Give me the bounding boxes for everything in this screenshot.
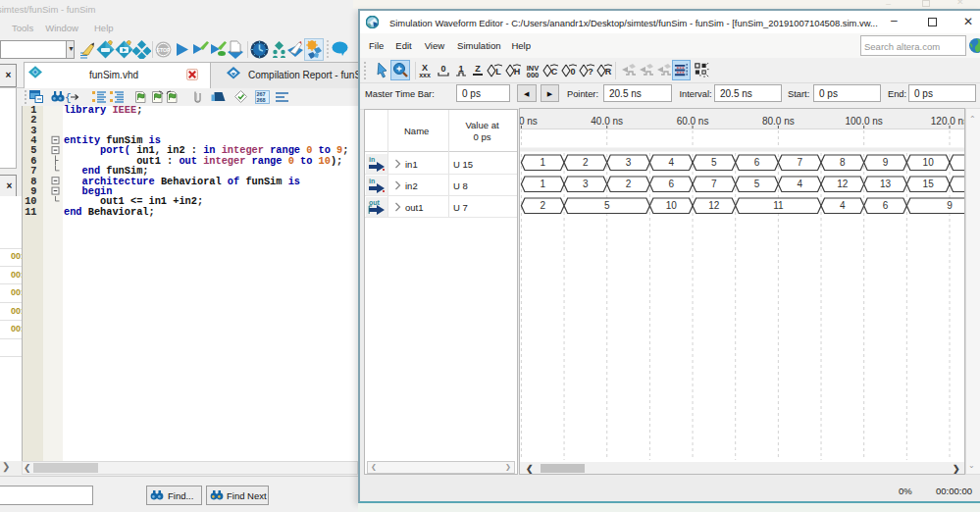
svg-text:5: 5	[711, 157, 717, 168]
svg-text:H: H	[514, 67, 521, 77]
svg-text:4: 4	[668, 157, 674, 168]
svg-text:C: C	[551, 67, 558, 77]
svg-text:13: 13	[880, 179, 892, 189]
svg-text:{: {	[65, 92, 72, 104]
svg-text:in: in	[369, 156, 375, 163]
svg-text:2: 2	[626, 179, 632, 189]
svg-text:0: 0	[570, 67, 575, 77]
svg-text:1: 1	[540, 179, 545, 189]
svg-text:L: L	[495, 67, 501, 77]
svg-text:12: 12	[837, 179, 849, 189]
svg-text:6: 6	[668, 179, 674, 189]
svg-text:120.0 ns: 120.0 ns	[931, 116, 964, 127]
svg-text:4: 4	[840, 200, 846, 211]
svg-text:10: 10	[923, 157, 935, 168]
svg-text:7: 7	[797, 157, 802, 168]
svg-text:6: 6	[754, 157, 760, 168]
svg-text:12: 12	[708, 200, 720, 211]
svg-text:STOP: STOP	[156, 47, 171, 53]
svg-text:R: R	[605, 67, 612, 77]
svg-text:6: 6	[883, 200, 889, 211]
svg-text:9: 9	[883, 157, 889, 168]
svg-text:2: 2	[540, 200, 545, 211]
svg-text:5: 5	[604, 200, 610, 211]
svg-text:4: 4	[797, 179, 802, 189]
svg-text:Z: Z	[475, 64, 481, 74]
svg-text:15: 15	[923, 179, 935, 189]
svg-text:5: 5	[754, 179, 760, 189]
svg-text:7: 7	[711, 179, 717, 189]
svg-text:000: 000	[527, 71, 540, 79]
svg-text:❯: ❯	[953, 464, 960, 474]
svg-text:20.0 ns: 20.0 ns	[520, 116, 538, 127]
svg-text:100.0 ns: 100.0 ns	[845, 116, 882, 127]
svg-text:xxx: xxx	[419, 72, 431, 78]
svg-text:?: ?	[588, 67, 593, 77]
svg-text:10: 10	[666, 200, 678, 211]
svg-text:80.0 ns: 80.0 ns	[762, 116, 795, 127]
svg-text:60.0 ns: 60.0 ns	[677, 116, 709, 127]
svg-text:11: 11	[773, 200, 784, 211]
svg-text:in: in	[369, 178, 375, 184]
svg-text:9: 9	[947, 200, 953, 211]
svg-text:❮: ❮	[526, 464, 534, 474]
svg-text:3: 3	[583, 179, 589, 189]
svg-text:out: out	[369, 199, 381, 206]
svg-text:8: 8	[840, 157, 846, 168]
svg-text:1: 1	[540, 157, 545, 168]
svg-text:40.0 ns: 40.0 ns	[591, 116, 623, 127]
svg-text:2: 2	[583, 157, 589, 168]
svg-text:0: 0	[440, 64, 445, 74]
svg-text:3: 3	[626, 157, 632, 168]
